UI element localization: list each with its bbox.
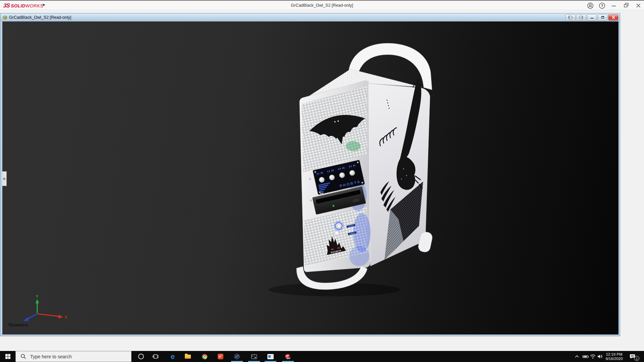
battery-charging-icon — [582, 354, 589, 359]
restore-icon — [623, 2, 630, 9]
hexagon-app-icon — [234, 353, 240, 360]
help-icon: ? — [598, 2, 606, 9]
taskbar-task-view-button[interactable] — [150, 351, 161, 362]
orientation-triad: Y X — [23, 294, 67, 321]
document-window: GrCadBlack_Owl_S2 [Read-only] — [0, 13, 620, 336]
help-button[interactable]: ? — [597, 1, 607, 10]
windows-logo-icon — [5, 354, 10, 359]
solidworks-2020-icon: SW 2020 — [285, 354, 291, 360]
file-explorer-icon — [185, 355, 191, 359]
document-close-icon — [611, 16, 615, 19]
account-button[interactable] — [585, 1, 595, 10]
document-titlebar[interactable]: GrCadBlack_Owl_S2 [Read-only] — [0, 13, 620, 21]
task-view-icon — [153, 354, 159, 359]
media-app-icon — [267, 354, 274, 359]
document-restore-button[interactable] — [598, 14, 607, 20]
document-window-controls — [566, 14, 618, 20]
app-titlebar: 3S SOLIDWORKS ▶ GrCadBlack_Owl_S2 [Read-… — [0, 0, 644, 10]
taskbar-media-app-button[interactable] — [265, 351, 276, 362]
panel-flyout-tab[interactable] — [2, 171, 7, 186]
model-canvas: PHOBYA — [2, 21, 619, 335]
sw-icon-year: 2020 — [287, 357, 290, 359]
speaker-icon — [597, 354, 603, 359]
minimize-button[interactable] — [609, 1, 619, 10]
right-pane-icon — [579, 16, 583, 19]
document-minimize-icon — [590, 16, 594, 19]
cortana-icon — [138, 354, 144, 359]
tray-show-hidden-button[interactable] — [574, 354, 580, 359]
close-button[interactable] — [633, 1, 643, 10]
notification-count-badge: 1 — [634, 356, 639, 361]
svg-text:?: ? — [601, 4, 603, 8]
app-title: GrCadBlack_Owl_S2 [Read-only] — [0, 3, 644, 8]
chevron-up-icon — [574, 354, 580, 359]
tray-battery-button[interactable] — [582, 354, 589, 359]
taskbar-chrome-button[interactable] — [199, 351, 210, 362]
edge-icon: e — [171, 353, 175, 360]
taskbar-hexagon-app-button[interactable] — [231, 351, 242, 362]
document-minimize-button[interactable] — [587, 14, 597, 20]
part-document-icon — [2, 15, 7, 20]
panel-flyout-knob — [3, 178, 5, 180]
taskbar-snipping-button[interactable]: ✂ — [215, 351, 226, 362]
taskbar-solidworks-button[interactable]: SW 2020 — [282, 351, 293, 362]
pc-case-model: PHOBYA — [297, 43, 433, 290]
sw-icon-text: SW — [285, 355, 289, 357]
document-close-button[interactable] — [608, 14, 618, 20]
show-left-pane-button[interactable] — [566, 14, 575, 20]
document-title: GrCadBlack_Owl_S2 [Read-only] — [9, 15, 71, 20]
search-icon — [20, 354, 26, 359]
close-icon — [635, 2, 642, 9]
triad-x-label: X — [65, 315, 67, 319]
action-center-button[interactable]: 1 — [629, 353, 639, 361]
tray-network-button[interactable] — [590, 354, 596, 359]
taskbar-edge-button[interactable]: e — [167, 351, 178, 362]
chrome-icon — [202, 354, 207, 359]
left-pane-icon — [568, 16, 573, 19]
taskbar-search[interactable] — [15, 351, 131, 362]
command-prompt-icon: C:\ — [251, 354, 257, 359]
desktop: 3S SOLIDWORKS ▶ GrCadBlack_Owl_S2 [Read-… — [0, 0, 644, 362]
taskbar-command-prompt-button[interactable]: C:\ — [249, 351, 259, 362]
tray-date: 9/16/2020 — [603, 357, 625, 361]
start-button[interactable] — [0, 351, 15, 362]
restore-button[interactable] — [621, 1, 631, 10]
document-restore-icon — [601, 16, 605, 19]
tray-time: 12:19 PM — [603, 352, 625, 357]
wifi-icon — [590, 354, 596, 359]
tray-volume-button[interactable] — [597, 354, 603, 359]
triad-y-label: Y — [36, 294, 39, 298]
show-right-pane-button[interactable] — [576, 14, 586, 20]
view-orientation-label: *Dimetric — [8, 322, 29, 327]
tray-clock[interactable]: 12:19 PM 9/16/2020 — [603, 352, 625, 361]
scissors-app-icon: ✂ — [218, 354, 223, 359]
minimize-icon — [610, 2, 618, 9]
search-input[interactable] — [30, 354, 115, 360]
graphics-viewport[interactable]: PHOBYA — [2, 21, 619, 335]
taskbar-cortana-button[interactable] — [136, 351, 146, 362]
account-icon — [587, 2, 594, 9]
taskbar-file-explorer-button[interactable] — [182, 351, 193, 362]
